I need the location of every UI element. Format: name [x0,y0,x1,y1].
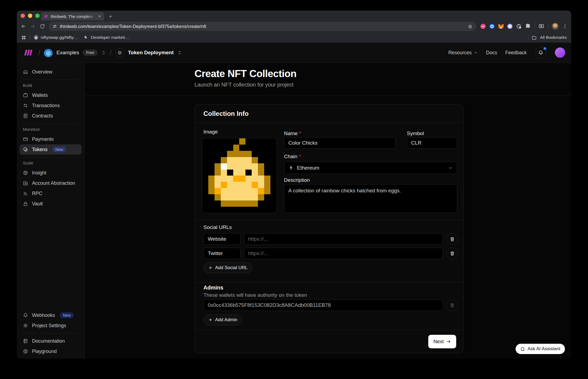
name-input[interactable] [284,137,395,149]
bookmark-item[interactable]: niftyswap.gg/Nifty… [34,35,78,40]
name-label: Name [284,130,301,136]
sidebar-section-label: Build [23,82,78,88]
sidebar-item-webhooks[interactable]: WebhooksNew [20,310,82,320]
sidebar-item-label: Vault [32,201,43,207]
browser-tab[interactable]: thirdweb: The complete web3 [41,12,104,20]
social-platform-input[interactable] [203,233,241,245]
puzzle-extensions-icon[interactable] [525,23,531,30]
sidebar-item-insight[interactable]: Insight [20,168,82,178]
blue-extension-icon[interactable] [489,23,495,30]
close-tab-icon[interactable] [98,14,101,18]
chevron-down-icon [474,50,478,55]
arrow-right-icon [446,339,451,344]
team-avatar[interactable] [44,48,53,57]
feedback-link[interactable]: Feedback [505,50,527,56]
new-tab-button[interactable] [107,13,114,20]
resources-menu[interactable]: Resources [448,50,478,56]
admins-section: Admins These wallets will have authority… [195,282,463,330]
thirdweb-logo[interactable] [23,49,35,57]
metamask-icon[interactable] [498,23,504,30]
next-button[interactable]: Next [428,335,456,348]
sidebar-divider [23,333,78,333]
social-url-row [203,233,458,245]
history-extension-icon[interactable] [516,23,522,30]
bookmark-label: Developer marketi… [91,35,129,40]
bookmark-item[interactable]: Developer marketi… [84,35,129,40]
tab-strip: thirdweb: The complete web3 [17,11,571,20]
card-footer: Next [195,330,463,353]
bookmarks-divider [30,35,30,40]
sidebar-item-contracts[interactable]: Contracts [20,111,82,121]
address-bar[interactable]: thirdweb.com/team/examples/Token-Deploym… [49,22,476,31]
pink-wallet-extension-icon[interactable] [480,23,486,30]
reload-icon[interactable] [39,23,45,29]
docs-link[interactable]: Docs [486,50,497,56]
description-textarea[interactable]: A collection of rainbow chicks hatched f… [284,184,457,213]
forward-icon[interactable] [30,23,36,29]
admin-address-input[interactable] [203,300,443,311]
bookmark-star-icon[interactable] [468,24,473,29]
delete-social-url-button[interactable] [446,233,458,245]
minimize-window-button[interactable] [28,14,32,18]
add-social-url-button[interactable]: Add Social URL [203,262,253,273]
plus-icon [108,14,113,19]
apps-grid-icon[interactable] [21,35,26,40]
tokens-icon [23,147,28,152]
collection-image-upload[interactable] [202,138,277,213]
sidebar-item-wallets[interactable]: Wallets [20,90,82,100]
social-url-input[interactable] [244,233,443,245]
social-platform-input[interactable] [203,248,241,259]
sidebar-divider [23,157,78,157]
sidebar-item-tokens[interactable]: TokensNew [20,144,82,155]
delete-social-url-button[interactable] [446,247,458,259]
browser-menu-icon[interactable] [562,24,568,29]
social-urls-label: Social URLs [203,224,232,230]
ethereum-icon [288,165,294,171]
all-bookmarks-label[interactable]: All Bookmarks [540,35,567,40]
folder-icon [532,35,537,40]
close-window-button[interactable] [21,14,25,18]
ask-ai-assistant-button[interactable]: Ask AI Assistant [516,344,565,354]
sidebar-item-playground[interactable]: Playground [20,346,82,356]
sidebar-divider [23,123,78,124]
chevrons-up-down-icon[interactable] [177,50,182,55]
new-badge: New [52,146,66,152]
image-label: Image [203,129,218,135]
screen-search-icon[interactable] [538,23,544,29]
sidebar-item-documentation[interactable]: Documentation [20,336,82,346]
sidebar-item-payments[interactable]: Payments [20,134,82,144]
sidebar-item-account-abstraction[interactable]: Account Abstraction [20,178,82,188]
social-url-row [203,247,458,259]
sidebar-item-overview[interactable]: Overview [20,67,82,77]
add-admin-button[interactable]: Add Admin [203,314,242,325]
chain-select[interactable]: Ethereum [284,162,457,174]
notifications-button[interactable] [535,47,547,59]
new-badge: New [60,312,74,318]
toolbar-divider [548,24,548,29]
collection-info-card: Collection Info Image Name Symbol Chain … [194,104,464,353]
chevrons-up-down-icon[interactable] [101,50,106,55]
symbol-input[interactable] [407,137,457,149]
trash-icon [450,251,455,256]
social-url-input[interactable] [244,248,443,259]
chrome-profile-avatar[interactable] [552,23,559,30]
fullscreen-window-button[interactable] [35,14,40,18]
back-icon[interactable] [20,23,26,29]
breadcrumb-team[interactable]: Examples [56,50,79,56]
account-avatar[interactable] [555,47,565,58]
sidebar-item-project-settings[interactable]: Project Settings [20,320,82,331]
collection-image [202,138,277,213]
bell-icon [538,50,544,55]
breadcrumb-project[interactable]: Token Deployment [128,50,174,56]
sidebar-item-rpc[interactable]: RPC [20,188,82,199]
sidebar-item-transactions[interactable]: Transactions [20,100,82,111]
bell-icon [23,313,28,318]
plus-icon [208,266,213,270]
settings-icon [23,323,28,328]
sidebar-item-label: Payments [32,136,54,142]
sidebar-item-vault[interactable]: Vault [20,199,82,209]
phantom-icon[interactable] [507,23,513,30]
site-settings-icon[interactable] [52,24,57,29]
page-title-band: Create NFT Collection Launch an NFT coll… [85,63,571,95]
sidebar-divider [23,79,78,80]
